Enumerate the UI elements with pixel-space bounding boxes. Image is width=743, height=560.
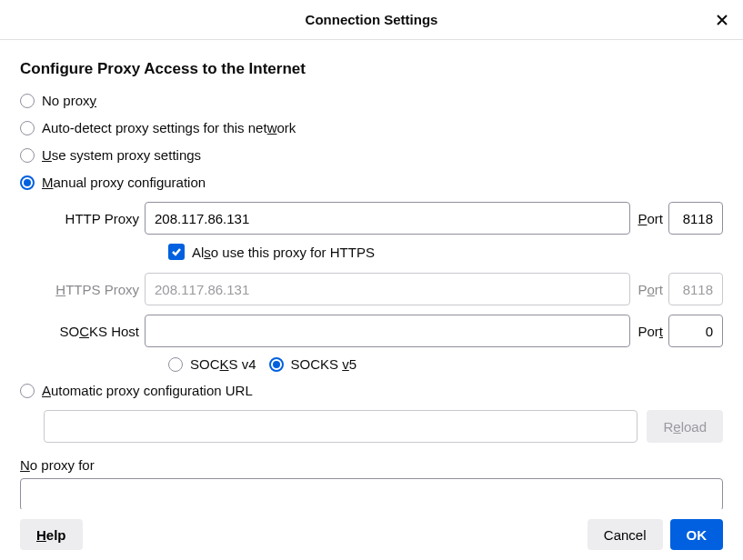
dialog-content: Configure Proxy Access to the Internet N… <box>0 40 743 509</box>
no-proxy-for-label: No proxy for <box>20 457 723 473</box>
help-button[interactable]: Help <box>20 519 83 550</box>
http-port-label: Port <box>638 211 663 226</box>
radio-socks-v4[interactable]: SOCKS v4 <box>168 356 256 372</box>
share-proxy-label: Also use this proxy for HTTPS <box>192 245 375 260</box>
radio-label: SOCKS v4 <box>190 356 256 372</box>
radio-system-proxy[interactable]: Use system proxy settings <box>20 147 723 163</box>
radio-label: SOCKS v5 <box>291 356 357 372</box>
radio-no-proxy[interactable]: No proxy <box>20 93 723 108</box>
manual-proxy-form: HTTP Proxy Port Also use this proxy for … <box>44 202 723 372</box>
radio-indicator <box>20 94 35 108</box>
ok-button[interactable]: OK <box>670 519 724 550</box>
radio-indicator <box>20 175 35 190</box>
close-icon <box>716 14 728 26</box>
radio-auto-detect[interactable]: Auto-detect proxy settings for this netw… <box>20 120 723 135</box>
radio-label: Manual proxy configuration <box>42 175 206 190</box>
reload-button: Reload <box>647 410 723 443</box>
no-proxy-for-input[interactable] <box>20 478 723 509</box>
http-proxy-host-input[interactable] <box>145 202 630 235</box>
http-proxy-row: HTTP Proxy Port <box>44 202 723 235</box>
socks-port-input[interactable] <box>668 315 723 347</box>
radio-indicator <box>20 148 35 163</box>
pac-url-row: Reload <box>44 410 723 443</box>
radio-label: Auto-detect proxy settings for this netw… <box>42 120 296 135</box>
https-proxy-label: HTTPS Proxy <box>44 282 139 297</box>
radio-pac[interactable]: Automatic proxy configuration URL <box>20 383 723 398</box>
cancel-button[interactable]: Cancel <box>587 519 663 550</box>
share-proxy-checkbox-row[interactable]: Also use this proxy for HTTPS <box>168 244 723 260</box>
radio-label: Use system proxy settings <box>42 147 201 163</box>
close-button[interactable] <box>714 12 730 28</box>
socks-host-label: SOCKS Host <box>44 324 139 339</box>
section-heading: Configure Proxy Access to the Internet <box>20 60 723 78</box>
radio-indicator <box>20 384 35 398</box>
https-proxy-port-input <box>668 273 723 305</box>
radio-label: Automatic proxy configuration URL <box>42 383 253 398</box>
pac-url-input <box>44 410 638 443</box>
socks-port-label: Port <box>638 324 663 339</box>
socks-host-row: SOCKS Host Port <box>44 315 723 347</box>
radio-manual-proxy[interactable]: Manual proxy configuration <box>20 175 723 190</box>
radio-indicator <box>269 357 284 372</box>
socks-version-row: SOCKS v4 SOCKS v5 <box>168 356 723 372</box>
http-proxy-label: HTTP Proxy <box>44 211 139 226</box>
radio-indicator <box>168 357 183 372</box>
radio-indicator <box>20 121 35 135</box>
https-proxy-host-input <box>145 273 630 305</box>
socks-host-input[interactable] <box>145 315 630 347</box>
radio-label: No proxy <box>42 93 96 108</box>
http-proxy-port-input[interactable] <box>668 202 723 235</box>
check-icon <box>171 246 182 257</box>
dialog-titlebar: Connection Settings <box>0 0 743 40</box>
share-proxy-checkbox <box>168 244 185 260</box>
dialog-footer: Help Cancel OK <box>0 509 743 560</box>
radio-socks-v5[interactable]: SOCKS v5 <box>269 356 357 372</box>
https-proxy-row: HTTPS Proxy Port <box>44 273 723 305</box>
dialog-title: Connection Settings <box>306 12 438 27</box>
https-port-label: Port <box>638 282 663 297</box>
